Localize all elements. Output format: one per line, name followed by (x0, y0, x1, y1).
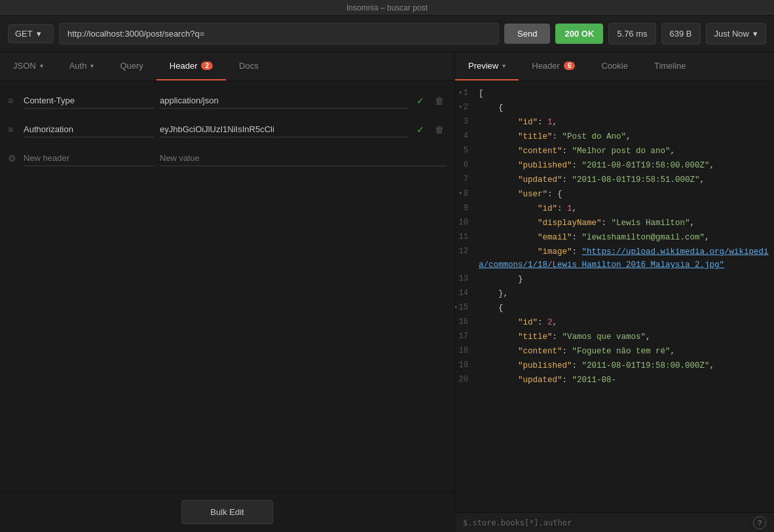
line-number: ▾15 (455, 302, 479, 314)
tab-timeline[interactable]: Timeline (641, 52, 699, 80)
toolbar: GET ▾ Send 200 OK 5.76 ms 639 B Just Now… (0, 16, 774, 52)
collapse-arrow-icon[interactable]: ▾ (458, 88, 462, 98)
json-punct: , (690, 219, 695, 228)
jq-filter[interactable]: $.store.books[*].author (463, 518, 572, 527)
tab-cookie[interactable]: Cookie (588, 52, 640, 80)
new-header-row: ⚙ (0, 144, 454, 173)
json-line: 4 "title": "Post do Ano", (455, 130, 774, 144)
json-punct: : (553, 132, 562, 141)
new-header-name-input[interactable] (24, 151, 155, 166)
json-bracket: { (498, 304, 504, 313)
line-number: 5 (455, 145, 479, 157)
json-line: 7 "updated": "2011-08-01T19:58:51.000Z", (455, 173, 774, 187)
line-number: 11 (455, 231, 479, 243)
json-punct: : (562, 147, 572, 156)
tab-json-label: JSON (13, 61, 36, 71)
timestamp-dropdown[interactable]: Just Now ▾ (706, 23, 766, 44)
json-content: "id": 1, (479, 116, 774, 129)
json-punct: : (557, 204, 567, 213)
json-punct: : (562, 376, 572, 385)
url-input[interactable] (59, 23, 499, 44)
json-key: "id" (518, 118, 538, 127)
delete-icon[interactable]: 🗑 (432, 94, 447, 107)
json-line: ▾2 { (455, 101, 774, 115)
line-number: 18 (455, 345, 479, 357)
json-bracket: [ (479, 89, 484, 98)
json-key: "email" (538, 233, 572, 242)
main-content: JSON ▾ Auth ▾ Query Header 2 Docs ≡ (0, 52, 774, 532)
tab-query[interactable]: Query (107, 52, 156, 80)
json-punct: , (700, 175, 705, 185)
json-line: 9 "id": 1, (455, 202, 774, 216)
header-value-input[interactable] (160, 93, 409, 109)
json-key: "updated" (518, 175, 562, 185)
json-content: "published": "2011-08-01T19:58:00.000Z", (479, 159, 774, 172)
json-content: "updated": "2011-08-01T19:58:51.000Z", (479, 173, 774, 186)
json-number: 1 (547, 118, 553, 127)
json-punct: : (562, 347, 572, 356)
help-icon[interactable]: ? (753, 516, 766, 529)
bulk-edit-button[interactable]: Bulk Edit (181, 500, 273, 524)
time-metric: 5.76 ms (608, 23, 655, 44)
json-string: "2011-08- (572, 376, 617, 385)
line-number: ▾8 (455, 188, 479, 200)
json-key: "id" (538, 204, 557, 213)
send-button[interactable]: Send (504, 24, 550, 44)
enable-checkbox[interactable]: ✓ (414, 94, 427, 107)
collapse-arrow-icon[interactable]: ▾ (455, 303, 458, 312)
tab-header[interactable]: Header 2 (157, 52, 226, 80)
json-content: "content": "Foguete não tem ré", (479, 345, 774, 358)
json-string: "Vamos que vamos" (562, 332, 646, 342)
tab-json[interactable]: JSON ▾ (0, 52, 56, 80)
tab-response-header[interactable]: Header 6 (519, 52, 588, 80)
json-string: "Melhor post do ano" (572, 147, 671, 156)
size-metric: 639 B (661, 23, 701, 44)
collapse-arrow-icon[interactable]: ▾ (458, 189, 462, 198)
title-bar: Insomnia – buscar post (0, 0, 774, 16)
json-key: "id" (518, 318, 538, 327)
json-string: "2011-08-01T19:58:51.000Z" (572, 175, 700, 185)
json-content: [ (479, 87, 774, 100)
json-punct: : (572, 361, 582, 370)
json-content: "image": "https://upload.wikimedia.org/w… (479, 245, 774, 272)
json-punct: , (626, 132, 631, 141)
json-line: 20 "updated": "2011-08- (455, 373, 774, 387)
line-number: 3 (455, 116, 479, 128)
json-content: } (479, 273, 774, 286)
timestamp-arrow-icon: ▾ (753, 29, 758, 39)
header-value-input[interactable] (160, 122, 409, 137)
drag-handle-icon[interactable]: ≡ (8, 96, 18, 106)
json-content: "email": "lewishamilton@gmail.com", (479, 231, 774, 244)
json-line: 18 "content": "Foguete não tem ré", (455, 344, 774, 359)
collapse-arrow-icon[interactable]: ▾ (458, 103, 462, 112)
right-panel: Preview ▾ Header 6 Cookie Timeline ▾1[▾2… (455, 52, 774, 532)
header-name-input[interactable] (24, 93, 155, 109)
json-key: "title" (518, 332, 553, 342)
enable-checkbox[interactable]: ✓ (414, 123, 427, 136)
status-bar: $.store.books[*].author ? (455, 512, 774, 532)
method-dropdown[interactable]: GET ▾ (8, 24, 54, 43)
header-actions: ✓ 🗑 (414, 123, 447, 136)
json-line: ▾8 "user": { (455, 187, 774, 202)
header-name-input[interactable] (24, 122, 155, 137)
tab-auth-arrow-icon: ▾ (90, 62, 94, 69)
tab-auth[interactable]: Auth ▾ (56, 52, 107, 80)
right-tab-bar: Preview ▾ Header 6 Cookie Timeline (455, 52, 774, 81)
json-number: 1 (567, 204, 572, 213)
drag-handle-icon[interactable]: ≡ (8, 124, 18, 135)
json-line: 13 } (455, 272, 774, 287)
line-number: 13 (455, 273, 479, 285)
json-punct: : (553, 332, 562, 342)
new-header-value-input[interactable] (160, 151, 447, 166)
json-content: "displayName": "Lewis Hamilton", (479, 217, 774, 230)
delete-icon[interactable]: 🗑 (432, 123, 447, 136)
json-string: "2011-08-01T19:58:00.000Z" (582, 361, 710, 370)
json-content: }, (479, 287, 774, 300)
timestamp-label: Just Now (714, 29, 749, 39)
tab-preview[interactable]: Preview ▾ (455, 52, 519, 80)
tab-docs[interactable]: Docs (226, 52, 272, 80)
left-tab-bar: JSON ▾ Auth ▾ Query Header 2 Docs (0, 52, 454, 81)
json-punct: , (710, 361, 715, 370)
tab-timeline-label: Timeline (654, 61, 686, 71)
json-content: "user": { (479, 188, 774, 201)
